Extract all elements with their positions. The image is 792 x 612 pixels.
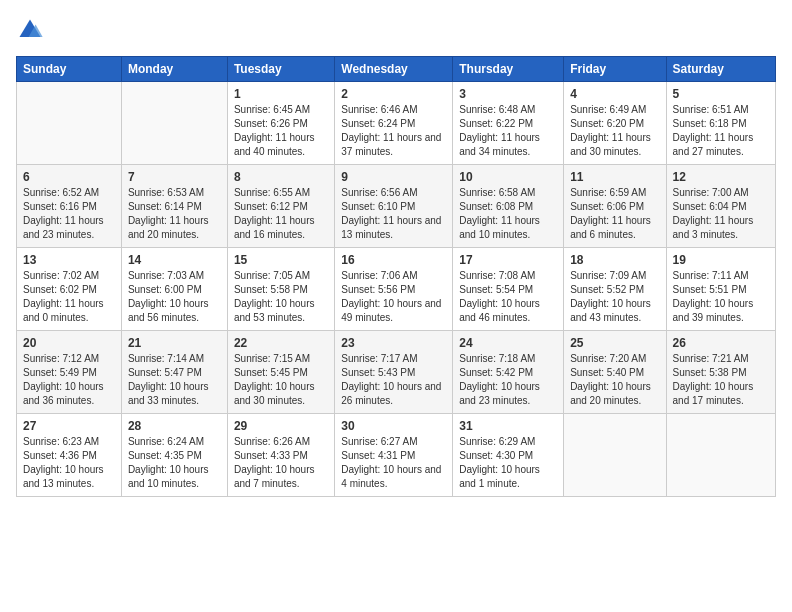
- day-cell: 11Sunrise: 6:59 AM Sunset: 6:06 PM Dayli…: [564, 165, 666, 248]
- day-cell: 12Sunrise: 7:00 AM Sunset: 6:04 PM Dayli…: [666, 165, 775, 248]
- day-cell: 9Sunrise: 6:56 AM Sunset: 6:10 PM Daylig…: [335, 165, 453, 248]
- day-cell: 14Sunrise: 7:03 AM Sunset: 6:00 PM Dayli…: [121, 248, 227, 331]
- week-row-1: 1Sunrise: 6:45 AM Sunset: 6:26 PM Daylig…: [17, 82, 776, 165]
- day-number: 12: [673, 170, 769, 184]
- day-cell: 5Sunrise: 6:51 AM Sunset: 6:18 PM Daylig…: [666, 82, 775, 165]
- day-cell: 3Sunrise: 6:48 AM Sunset: 6:22 PM Daylig…: [453, 82, 564, 165]
- day-number: 5: [673, 87, 769, 101]
- day-number: 28: [128, 419, 221, 433]
- day-info: Sunrise: 6:29 AM Sunset: 4:30 PM Dayligh…: [459, 435, 557, 491]
- day-info: Sunrise: 7:08 AM Sunset: 5:54 PM Dayligh…: [459, 269, 557, 325]
- day-cell: 25Sunrise: 7:20 AM Sunset: 5:40 PM Dayli…: [564, 331, 666, 414]
- day-info: Sunrise: 6:56 AM Sunset: 6:10 PM Dayligh…: [341, 186, 446, 242]
- day-cell: 8Sunrise: 6:55 AM Sunset: 6:12 PM Daylig…: [227, 165, 334, 248]
- day-number: 11: [570, 170, 659, 184]
- day-info: Sunrise: 7:20 AM Sunset: 5:40 PM Dayligh…: [570, 352, 659, 408]
- day-cell: 19Sunrise: 7:11 AM Sunset: 5:51 PM Dayli…: [666, 248, 775, 331]
- day-number: 25: [570, 336, 659, 350]
- day-number: 30: [341, 419, 446, 433]
- day-cell: 2Sunrise: 6:46 AM Sunset: 6:24 PM Daylig…: [335, 82, 453, 165]
- day-info: Sunrise: 7:17 AM Sunset: 5:43 PM Dayligh…: [341, 352, 446, 408]
- day-cell: 21Sunrise: 7:14 AM Sunset: 5:47 PM Dayli…: [121, 331, 227, 414]
- day-number: 10: [459, 170, 557, 184]
- day-number: 23: [341, 336, 446, 350]
- day-info: Sunrise: 7:18 AM Sunset: 5:42 PM Dayligh…: [459, 352, 557, 408]
- day-number: 14: [128, 253, 221, 267]
- day-number: 7: [128, 170, 221, 184]
- col-header-tuesday: Tuesday: [227, 57, 334, 82]
- day-cell: [666, 414, 775, 497]
- day-number: 1: [234, 87, 328, 101]
- day-info: Sunrise: 7:03 AM Sunset: 6:00 PM Dayligh…: [128, 269, 221, 325]
- week-row-4: 20Sunrise: 7:12 AM Sunset: 5:49 PM Dayli…: [17, 331, 776, 414]
- day-info: Sunrise: 6:27 AM Sunset: 4:31 PM Dayligh…: [341, 435, 446, 491]
- day-cell: 26Sunrise: 7:21 AM Sunset: 5:38 PM Dayli…: [666, 331, 775, 414]
- day-info: Sunrise: 6:45 AM Sunset: 6:26 PM Dayligh…: [234, 103, 328, 159]
- calendar-table: SundayMondayTuesdayWednesdayThursdayFrid…: [16, 56, 776, 497]
- day-info: Sunrise: 6:59 AM Sunset: 6:06 PM Dayligh…: [570, 186, 659, 242]
- day-info: Sunrise: 7:12 AM Sunset: 5:49 PM Dayligh…: [23, 352, 115, 408]
- day-info: Sunrise: 6:46 AM Sunset: 6:24 PM Dayligh…: [341, 103, 446, 159]
- day-cell: 20Sunrise: 7:12 AM Sunset: 5:49 PM Dayli…: [17, 331, 122, 414]
- col-header-friday: Friday: [564, 57, 666, 82]
- day-info: Sunrise: 6:26 AM Sunset: 4:33 PM Dayligh…: [234, 435, 328, 491]
- col-header-saturday: Saturday: [666, 57, 775, 82]
- day-cell: 10Sunrise: 6:58 AM Sunset: 6:08 PM Dayli…: [453, 165, 564, 248]
- day-number: 6: [23, 170, 115, 184]
- day-info: Sunrise: 6:23 AM Sunset: 4:36 PM Dayligh…: [23, 435, 115, 491]
- day-cell: [564, 414, 666, 497]
- day-number: 26: [673, 336, 769, 350]
- day-cell: [121, 82, 227, 165]
- day-cell: 24Sunrise: 7:18 AM Sunset: 5:42 PM Dayli…: [453, 331, 564, 414]
- day-info: Sunrise: 6:48 AM Sunset: 6:22 PM Dayligh…: [459, 103, 557, 159]
- day-cell: 1Sunrise: 6:45 AM Sunset: 6:26 PM Daylig…: [227, 82, 334, 165]
- day-info: Sunrise: 7:21 AM Sunset: 5:38 PM Dayligh…: [673, 352, 769, 408]
- day-info: Sunrise: 6:58 AM Sunset: 6:08 PM Dayligh…: [459, 186, 557, 242]
- day-cell: 23Sunrise: 7:17 AM Sunset: 5:43 PM Dayli…: [335, 331, 453, 414]
- day-cell: 4Sunrise: 6:49 AM Sunset: 6:20 PM Daylig…: [564, 82, 666, 165]
- day-cell: 28Sunrise: 6:24 AM Sunset: 4:35 PM Dayli…: [121, 414, 227, 497]
- day-info: Sunrise: 7:05 AM Sunset: 5:58 PM Dayligh…: [234, 269, 328, 325]
- day-info: Sunrise: 7:11 AM Sunset: 5:51 PM Dayligh…: [673, 269, 769, 325]
- day-cell: 30Sunrise: 6:27 AM Sunset: 4:31 PM Dayli…: [335, 414, 453, 497]
- day-number: 17: [459, 253, 557, 267]
- week-row-5: 27Sunrise: 6:23 AM Sunset: 4:36 PM Dayli…: [17, 414, 776, 497]
- day-number: 15: [234, 253, 328, 267]
- day-cell: 29Sunrise: 6:26 AM Sunset: 4:33 PM Dayli…: [227, 414, 334, 497]
- header-row: SundayMondayTuesdayWednesdayThursdayFrid…: [17, 57, 776, 82]
- day-info: Sunrise: 7:09 AM Sunset: 5:52 PM Dayligh…: [570, 269, 659, 325]
- day-number: 16: [341, 253, 446, 267]
- day-cell: [17, 82, 122, 165]
- col-header-sunday: Sunday: [17, 57, 122, 82]
- day-info: Sunrise: 6:55 AM Sunset: 6:12 PM Dayligh…: [234, 186, 328, 242]
- day-number: 22: [234, 336, 328, 350]
- day-number: 29: [234, 419, 328, 433]
- day-number: 8: [234, 170, 328, 184]
- day-info: Sunrise: 7:00 AM Sunset: 6:04 PM Dayligh…: [673, 186, 769, 242]
- day-info: Sunrise: 6:53 AM Sunset: 6:14 PM Dayligh…: [128, 186, 221, 242]
- day-number: 18: [570, 253, 659, 267]
- page-header: [16, 16, 776, 44]
- logo: [16, 16, 48, 44]
- day-number: 24: [459, 336, 557, 350]
- day-info: Sunrise: 7:14 AM Sunset: 5:47 PM Dayligh…: [128, 352, 221, 408]
- day-cell: 17Sunrise: 7:08 AM Sunset: 5:54 PM Dayli…: [453, 248, 564, 331]
- day-cell: 18Sunrise: 7:09 AM Sunset: 5:52 PM Dayli…: [564, 248, 666, 331]
- day-cell: 31Sunrise: 6:29 AM Sunset: 4:30 PM Dayli…: [453, 414, 564, 497]
- col-header-wednesday: Wednesday: [335, 57, 453, 82]
- day-info: Sunrise: 7:15 AM Sunset: 5:45 PM Dayligh…: [234, 352, 328, 408]
- day-cell: 6Sunrise: 6:52 AM Sunset: 6:16 PM Daylig…: [17, 165, 122, 248]
- day-number: 4: [570, 87, 659, 101]
- col-header-monday: Monday: [121, 57, 227, 82]
- day-number: 9: [341, 170, 446, 184]
- logo-icon: [16, 16, 44, 44]
- day-cell: 22Sunrise: 7:15 AM Sunset: 5:45 PM Dayli…: [227, 331, 334, 414]
- day-number: 21: [128, 336, 221, 350]
- day-info: Sunrise: 7:06 AM Sunset: 5:56 PM Dayligh…: [341, 269, 446, 325]
- day-number: 20: [23, 336, 115, 350]
- day-cell: 15Sunrise: 7:05 AM Sunset: 5:58 PM Dayli…: [227, 248, 334, 331]
- day-info: Sunrise: 7:02 AM Sunset: 6:02 PM Dayligh…: [23, 269, 115, 325]
- day-cell: 13Sunrise: 7:02 AM Sunset: 6:02 PM Dayli…: [17, 248, 122, 331]
- day-info: Sunrise: 6:52 AM Sunset: 6:16 PM Dayligh…: [23, 186, 115, 242]
- week-row-2: 6Sunrise: 6:52 AM Sunset: 6:16 PM Daylig…: [17, 165, 776, 248]
